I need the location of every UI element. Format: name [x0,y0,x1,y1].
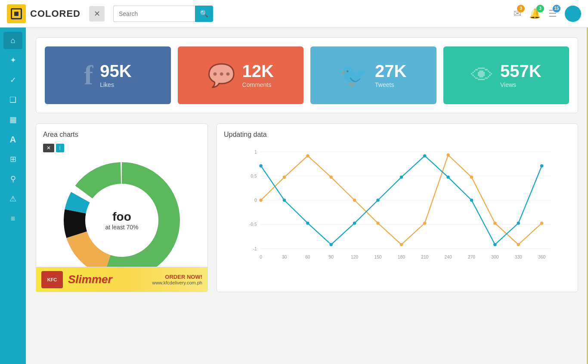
svg-text:60: 60 [305,255,310,259]
ad-order-block: ORDER NOW! www.kfcdelivery.com.ph [152,274,202,285]
close-icon: ✕ [94,9,100,19]
ad-text-block: Slimmer [68,273,147,286]
svg-text:90: 90 [329,255,334,259]
svg-text:300: 300 [491,255,498,259]
share-icon: ✦ [10,56,16,65]
svg-point-29 [259,199,263,202]
kfc-logo: KFC [41,271,63,288]
sidebar-item-alert[interactable]: ⚠ [3,190,22,207]
svg-text:0.5: 0.5 [251,174,257,179]
bell-badge: 3 [536,5,544,12]
sidebar-item-chart[interactable]: ▦ [3,111,22,128]
sidebar-item-table[interactable]: ⊞ [3,151,22,168]
file-icon: ❑ [9,95,16,105]
line-chart-svg: 1 0.5 0 -0.5 -1 0 30 60 90 120 150 180 2… [224,144,571,273]
facebook-label: Likes [100,81,114,88]
comments-value: 12K [242,62,274,80]
sidebar-item-file[interactable]: ❑ [3,91,22,108]
svg-point-39 [493,222,497,225]
donut-sub-text: at least 70% [105,224,138,231]
list-icon-wrap[interactable]: ☰ 15 [548,8,557,19]
svg-point-54 [540,164,544,168]
ad-summer-text: Slimmer [68,273,112,286]
brand-name: COLORED [30,8,80,19]
bell-icon-wrap[interactable]: 🔔 3 [529,8,541,19]
donut-center-text: foo at least 70% [105,210,138,231]
font-icon: A [10,135,16,145]
logo-box [7,4,26,23]
sidebar-item-home[interactable]: ⌂ [3,32,22,49]
donut-container: foo at least 70% [43,156,201,285]
svg-point-31 [306,154,309,157]
stat-card-twitter: 🐦 27K Tweets [310,46,436,104]
main-content: f 95K Likes 💬 12K Comments 🐦 27K Tweets … [27,29,587,364]
sidebar: ⌂ ✦ ✓ ❑ ▦ A ⊞ ⚲ ⚠ ≡ [0,28,26,364]
list-badge: 15 [553,5,560,12]
sidebar-item-font[interactable]: A [3,131,22,148]
chart-icon: ▦ [9,115,17,124]
search-container: 🔍 [113,6,217,22]
svg-text:0: 0 [254,198,257,203]
svg-point-30 [283,176,286,179]
line-chart-title: Updating data [224,131,571,139]
search-input[interactable] [113,6,195,22]
donut-wrap: foo at least 70% [57,156,186,285]
brand-logo: COLORED [7,4,80,23]
svg-text:180: 180 [398,255,405,259]
svg-point-53 [517,222,520,225]
svg-text:30: 30 [282,255,287,259]
mail-icon-wrap[interactable]: ✉ 3 [514,8,521,19]
search-button[interactable]: 🔍 [195,6,213,22]
svg-text:210: 210 [421,255,428,259]
line-chart-card: Updating data 1 0.5 0 -0.5 -1 0 [217,123,578,292]
stat-info-comments: 12K Comments [242,62,274,88]
sidebar-item-location[interactable]: ⚲ [3,170,22,188]
check-icon: ✓ [10,75,16,85]
area-chart-card: Area charts ✕ i [36,123,208,292]
sidebar-item-check[interactable]: ✓ [3,71,22,89]
svg-text:-0.5: -0.5 [249,222,257,227]
views-label: Views [500,81,516,88]
svg-text:-1: -1 [253,247,257,251]
list-menu-icon: ≡ [11,214,15,223]
stat-card-facebook: f 95K Likes [45,46,171,104]
user-avatar[interactable] [565,6,581,22]
table-icon: ⊞ [10,154,16,164]
svg-text:150: 150 [374,255,381,259]
comments-label: Comments [242,81,272,88]
svg-point-38 [470,176,473,179]
views-icon: 👁 [471,62,493,88]
top-navbar: COLORED ✕ 🔍 ✉ 3 🔔 3 ☰ 15 [0,0,588,28]
svg-text:0: 0 [260,255,262,259]
charts-row: Area charts ✕ i [36,123,578,292]
svg-text:270: 270 [468,255,475,259]
svg-text:360: 360 [538,255,545,259]
sidebar-item-share[interactable]: ✦ [3,52,22,69]
sidebar-item-list[interactable]: ≡ [3,210,22,227]
alert-icon: ⚠ [9,194,16,204]
svg-point-37 [446,154,450,157]
svg-text:1: 1 [254,150,257,154]
svg-point-47 [376,199,380,202]
kfc-label: KFC [47,277,57,282]
nav-toggle-button[interactable]: ✕ [89,6,105,22]
svg-point-36 [423,222,427,225]
stats-row: f 95K Likes 💬 12K Comments 🐦 27K Tweets … [36,37,578,113]
stat-card-views: 👁 557K Views [443,46,569,104]
comments-icon: 💬 [207,62,235,89]
chart-export-button[interactable]: ✕ [43,144,54,152]
stat-card-comments: 💬 12K Comments [178,46,304,104]
stat-info-facebook: 95K Likes [100,62,131,88]
nav-icons: ✉ 3 🔔 3 ☰ 15 [514,6,581,22]
mail-badge: 3 [517,5,525,12]
line-chart-container: 1 0.5 0 -0.5 -1 0 30 60 90 120 150 180 2… [224,144,571,281]
logo-inner-square [14,12,19,16]
logo-inner [11,8,22,19]
facebook-icon: f [84,59,93,91]
chart-info-button[interactable]: i [56,144,64,152]
home-icon: ⌂ [11,36,15,45]
svg-point-40 [517,243,520,247]
svg-point-42 [259,164,263,168]
svg-point-45 [330,243,333,247]
twitter-value: 27K [375,62,406,80]
